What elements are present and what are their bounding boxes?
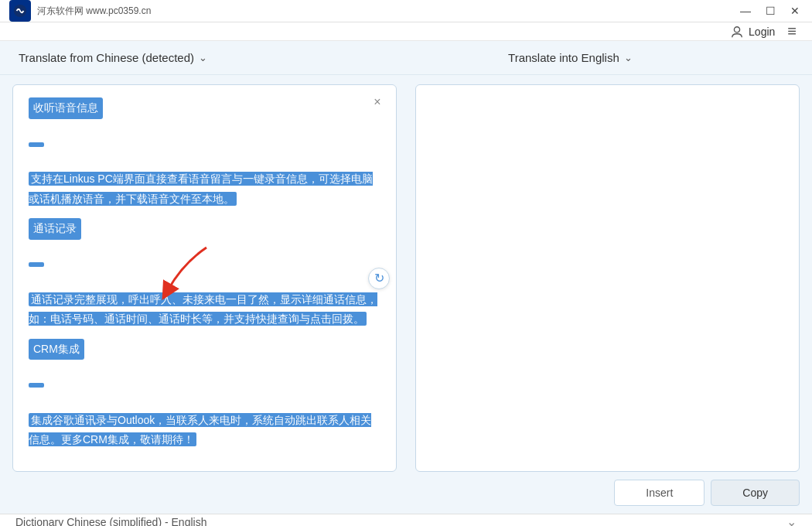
source-lang-chevron: ⌄	[199, 52, 207, 63]
svg-point-1	[734, 26, 739, 32]
minimize-button[interactable]: —	[735, 2, 756, 19]
target-panel	[415, 84, 800, 472]
window-controls: — ☐ ✕	[735, 2, 806, 19]
target-language-selector[interactable]: Translate into English ⌄	[508, 51, 633, 64]
app-logo	[9, 0, 31, 22]
copy-button[interactable]: Copy	[711, 480, 800, 506]
dictionary-label: Dictionary Chinese (simplified) - Englis…	[15, 516, 206, 526]
section-2: 通话记录 通话记录完整展现，呼出呼入、未接来电一目了然，显示详细通话信息，如：电…	[29, 218, 380, 330]
source-panel: 收听语音信息 支持在Linkus PC端界面直接查看语音留言与一键录音信息，可选…	[12, 84, 397, 472]
body-3: 集成谷歌通讯录与Outlook，当联系人来电时，系统自动跳出联系人相关信息。更多…	[29, 413, 371, 446]
heading-1: 收听语音信息	[29, 97, 103, 119]
source-lang-label: Translate from Chinese (detected)	[19, 51, 194, 64]
user-icon	[730, 25, 744, 39]
title-bar-left: 河东软件网 www.pc0359.cn	[9, 0, 151, 22]
scroll-indicator[interactable]: ↻	[368, 268, 390, 289]
heading-2: 通话记录	[29, 218, 81, 240]
panels-row: 收听语音信息 支持在Linkus PC端界面直接查看语音留言与一键录音信息，可选…	[0, 75, 812, 472]
heading-3: CRM集成	[29, 339, 84, 360]
section-1: 收听语音信息 支持在Linkus PC端界面直接查看语音留言与一键录音信息，可选…	[29, 97, 380, 209]
target-language-area: Translate into English ⌄	[493, 51, 793, 64]
source-language-selector[interactable]: Translate from Chinese (detected) ⌄	[19, 51, 207, 64]
login-label: Login	[749, 26, 775, 38]
bottom-actions: Insert Copy	[0, 472, 812, 514]
app-window: 河东软件网 www.pc0359.cn — ☐ ✕ Login ≡ Transl…	[0, 0, 812, 526]
body-1: 支持在Linkus PC端界面直接查看语音留言与一键录音信息，可选择电脑或话机播…	[29, 172, 373, 205]
section-3: CRM集成 集成谷歌通讯录与Outlook，当联系人来电时，系统自动跳出联系人相…	[29, 339, 380, 450]
translation-text-area[interactable]	[416, 85, 799, 471]
dictionary-chevron: ⌄	[786, 514, 797, 526]
menu-button[interactable]: ≡	[787, 22, 797, 40]
target-lang-chevron: ⌄	[624, 52, 633, 63]
language-selector-row: Translate from Chinese (detected) ⌄ Tran…	[0, 41, 812, 75]
source-panel-close[interactable]: ×	[368, 93, 387, 111]
toolbar: Login ≡	[0, 22, 812, 41]
title-bar: 河东软件网 www.pc0359.cn — ☐ ✕	[0, 0, 812, 22]
insert-button[interactable]: Insert	[614, 480, 705, 506]
target-lang-label: Translate into English	[508, 51, 619, 64]
close-button[interactable]: ✕	[784, 2, 806, 19]
watermark-text: 河东软件网 www.pc0359.cn	[37, 5, 151, 18]
login-button[interactable]: Login	[730, 25, 775, 39]
content-area: Translate from Chinese (detected) ⌄ Tran…	[0, 41, 812, 514]
body-2: 通话记录完整展现，呼出呼入、未接来电一目了然，显示详细通话信息，如：电话号码、通…	[29, 292, 377, 326]
maximize-button[interactable]: ☐	[759, 2, 781, 19]
source-text-area[interactable]: 收听语音信息 支持在Linkus PC端界面直接查看语音留言与一键录音信息，可选…	[13, 85, 396, 471]
dictionary-bar[interactable]: Dictionary Chinese (simplified) - Englis…	[0, 514, 812, 526]
